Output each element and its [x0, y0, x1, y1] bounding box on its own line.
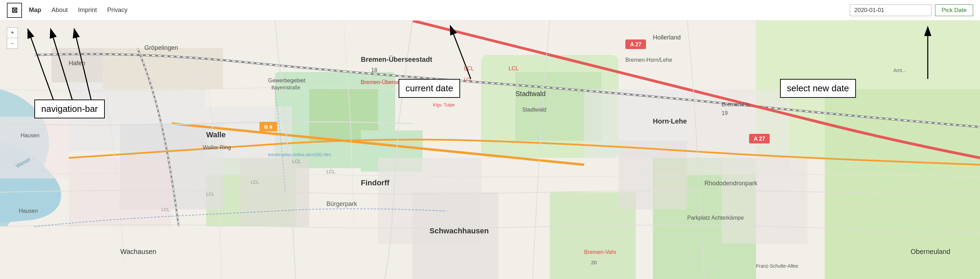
svg-text:18: 18 [371, 67, 377, 73]
svg-text:Wachausen: Wachausen [120, 248, 156, 255]
svg-text:Hausen: Hausen [21, 132, 40, 138]
svg-text:Stadtwald: Stadtwald [522, 107, 546, 113]
svg-text:LCL: LCL [464, 65, 474, 71]
svg-text:Waller Ring: Waller Ring [203, 144, 231, 150]
svg-text:Horn·Lehe: Horn·Lehe [653, 117, 687, 125]
svg-rect-16 [412, 192, 498, 279]
svg-text:Oberneuland: Oberneuland [911, 248, 950, 255]
svg-text:tobahnatlas-online.de/A282.htm: tobahnatlas-online.de/A282.htm [268, 152, 331, 157]
svg-text:LCL: LCL [326, 169, 336, 174]
nav-about-link[interactable]: About [51, 6, 68, 14]
svg-text:Bayernstraße: Bayernstraße [272, 85, 300, 90]
svg-text:Schwachhausen: Schwachhausen [430, 227, 488, 235]
map-svg: A 27 A 27 B 6 Hafen Gröpelingen Gewerbeg… [0, 21, 980, 279]
svg-text:Bremen-Ho: Bremen-Ho [722, 101, 750, 108]
svg-text:LCL: LCL [251, 179, 259, 185]
svg-text:Hausen: Hausen [19, 208, 38, 214]
svg-text:20: 20 [591, 260, 597, 265]
pick-date-button[interactable]: Pick Date [935, 5, 973, 16]
svg-text:19: 19 [722, 110, 728, 116]
svg-text:Hafen: Hafen [69, 60, 85, 67]
svg-rect-8 [825, 89, 980, 279]
svg-text:Bremen-Horn/Lehe: Bremen-Horn/Lehe [625, 57, 672, 63]
svg-text:LCL: LCL [292, 159, 301, 164]
svg-text:Amt...: Amt... [893, 68, 906, 73]
svg-text:Gröpelingen: Gröpelingen [144, 44, 178, 51]
nav-links: Map About Imprint Privacy [29, 6, 850, 14]
map-container: A 27 A 27 B 6 Hafen Gröpelingen Gewerbeg… [0, 21, 980, 279]
logo-icon: ⊠ [7, 3, 22, 18]
svg-text:Bremen-Überseestadt: Bremen-Überseestadt [361, 55, 432, 63]
zoom-in-button[interactable]: + [7, 28, 18, 38]
svg-text:Parkplatz Achterkämpe: Parkplatz Achterkämpe [687, 215, 744, 221]
svg-text:Hollerland: Hollerland [653, 34, 681, 41]
svg-text:Klgv. Tulpe: Klgv. Tulpe [433, 102, 455, 108]
svg-rect-20 [722, 158, 808, 244]
zoom-out-button[interactable]: - [7, 38, 18, 48]
svg-text:Findorff: Findorff [361, 178, 390, 187]
svg-text:LCL: LCL [162, 207, 170, 212]
svg-text:Rhododendronpark: Rhododendronpark [705, 180, 758, 187]
svg-text:Bürgerpark: Bürgerpark [326, 200, 357, 207]
current-date-annotation: current date [399, 79, 460, 98]
svg-text:LCL: LCL [206, 192, 215, 197]
select-date-annotation: select new date [780, 79, 856, 98]
svg-text:Walle: Walle [206, 130, 226, 139]
nav-bar-annotation: navigation-bar [34, 100, 105, 118]
svg-text:A 27: A 27 [754, 136, 765, 142]
svg-text:Franz-Schulte-Allee: Franz-Schulte-Allee [756, 263, 798, 269]
svg-text:Stadtwald: Stadtwald [515, 90, 546, 97]
nav-imprint-link[interactable]: Imprint [78, 6, 97, 14]
zoom-controls: + - [7, 27, 18, 49]
svg-rect-21 [0, 117, 69, 178]
svg-text:LCL: LCL [509, 65, 519, 71]
current-date-input[interactable] [850, 5, 932, 16]
nav-privacy-link[interactable]: Privacy [107, 6, 127, 14]
svg-text:Bremen-Vahr: Bremen-Vahr [584, 249, 617, 255]
navigation-bar: ⊠ Map About Imprint Privacy Pick Date [0, 0, 980, 21]
nav-map-link[interactable]: Map [29, 6, 41, 14]
date-controls: Pick Date [850, 5, 973, 16]
svg-text:LCL: LCL [464, 76, 472, 82]
svg-text:Gewerbegebiet: Gewerbegebiet [268, 78, 305, 83]
svg-text:B 6: B 6 [264, 124, 272, 130]
svg-text:A 27: A 27 [630, 41, 641, 48]
